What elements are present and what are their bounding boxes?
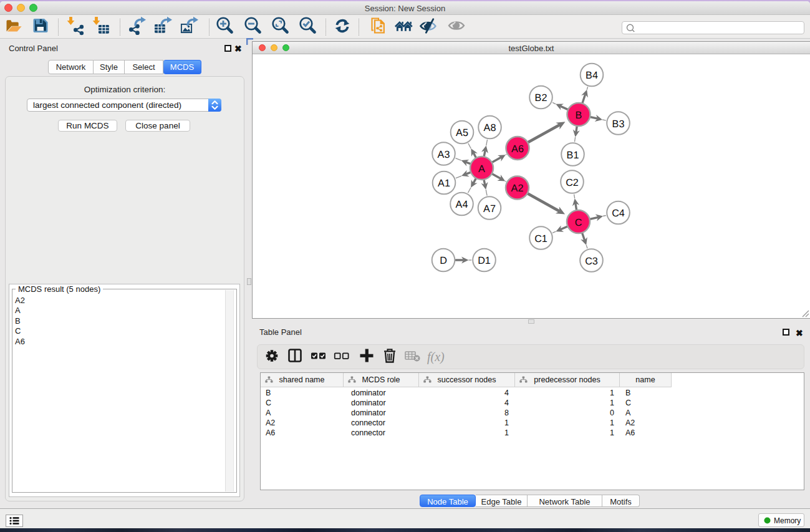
svg-text:A5: A5	[456, 127, 468, 138]
svg-text:D: D	[440, 255, 447, 266]
svg-text:B1: B1	[567, 150, 579, 161]
svg-text:A1: A1	[438, 178, 450, 189]
svg-text:C4: C4	[612, 208, 625, 219]
svg-text:B: B	[576, 110, 582, 121]
svg-text:B3: B3	[612, 118, 625, 130]
svg-text:C3: C3	[585, 256, 598, 267]
svg-text:B2: B2	[535, 92, 547, 104]
svg-text:A: A	[478, 163, 485, 175]
svg-text:B4: B4	[586, 70, 598, 81]
svg-text:C2: C2	[566, 177, 579, 188]
svg-text:D1: D1	[478, 255, 491, 266]
svg-text:A7: A7	[483, 203, 496, 215]
svg-text:A2: A2	[511, 183, 524, 194]
svg-text:C1: C1	[534, 233, 547, 244]
svg-text:A4: A4	[456, 199, 468, 210]
svg-text:A6: A6	[511, 143, 524, 155]
svg-text:A3: A3	[438, 149, 450, 160]
svg-text:C: C	[575, 217, 582, 228]
svg-text:A8: A8	[484, 122, 496, 133]
